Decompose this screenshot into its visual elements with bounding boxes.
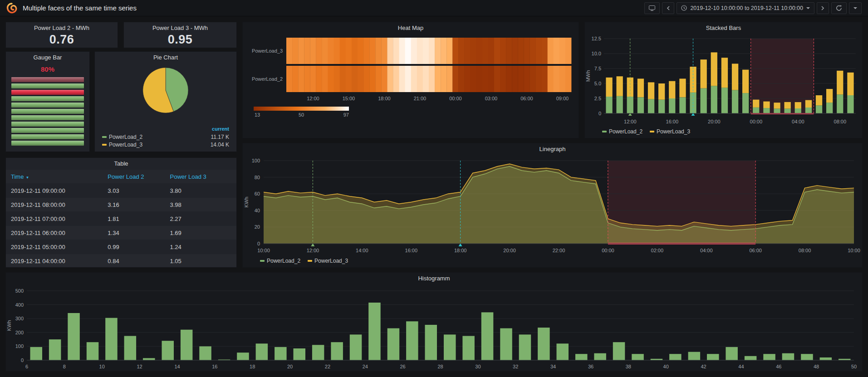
svg-text:20: 20: [287, 364, 293, 369]
panel-title[interactable]: Linegraph: [243, 143, 862, 155]
histogram-chart[interactable]: 0100200300400500681012141618202224262830…: [6, 284, 862, 371]
svg-text:34: 34: [550, 364, 556, 369]
svg-text:14:00: 14:00: [356, 248, 368, 253]
svg-text:2.5: 2.5: [594, 96, 601, 101]
gauge-segment: [11, 83, 84, 88]
legend-item[interactable]: PowerLoad_3: [308, 258, 348, 264]
svg-text:42: 42: [701, 364, 706, 369]
pie-legend-header[interactable]: current: [102, 126, 229, 132]
heatmap-chart[interactable]: PowerLoad_3PowerLoad_212:0015:0018:0021:…: [243, 34, 579, 138]
panel-title[interactable]: Pie Chart: [95, 52, 236, 64]
panel-stat-power-load-2: Power Load 2 - MWh 0.76: [5, 22, 118, 48]
svg-text:08:00: 08:00: [799, 248, 811, 253]
column-header[interactable]: Time▼: [6, 173, 103, 180]
panel-title[interactable]: Histogramm: [6, 273, 862, 284]
legend-item[interactable]: PowerLoad_2: [102, 134, 142, 140]
table-cell: 2019-12-11 08:00:00: [6, 201, 103, 208]
table-cell: 3.03: [103, 187, 165, 194]
svg-text:02:00: 02:00: [651, 248, 664, 253]
column-header[interactable]: Power Load 2: [103, 173, 165, 180]
refresh-interval-dropdown[interactable]: [849, 2, 862, 14]
svg-text:00:00: 00:00: [602, 248, 614, 253]
time-range-label: 2019-12-10 10:00:00 to 2019-12-11 10:00:…: [690, 5, 803, 11]
chart-legend: PowerLoad_2PowerLoad_3: [585, 127, 862, 136]
svg-text:20:00: 20:00: [708, 119, 721, 124]
refresh-button[interactable]: [831, 2, 847, 14]
table-cell: 3.98: [165, 201, 236, 208]
svg-text:21:00: 21:00: [414, 96, 427, 101]
table-row: 2019-12-11 04:00:000.841.05: [6, 254, 236, 268]
svg-text:46: 46: [776, 364, 781, 369]
time-range-picker[interactable]: 2019-12-10 10:00:00 to 2019-12-11 10:00:…: [677, 2, 814, 14]
svg-text:20:00: 20:00: [503, 248, 516, 253]
svg-text:MWh: MWh: [585, 70, 591, 82]
panel-title[interactable]: Table: [6, 158, 236, 170]
table-cell: 1.69: [165, 230, 236, 236]
svg-text:03:00: 03:00: [485, 96, 498, 101]
svg-text:09:00: 09:00: [556, 96, 569, 101]
pie-chart[interactable]: [142, 66, 190, 114]
stat-value: 0.95: [124, 33, 236, 47]
svg-text:10.0: 10.0: [592, 51, 601, 56]
table-cell: 2019-12-11 06:00:00: [6, 230, 103, 236]
linegraph-chart[interactable]: 02040608010010:0012:0014:0016:0018:0020:…: [243, 155, 862, 256]
svg-text:12:00: 12:00: [624, 119, 637, 124]
legend-item[interactable]: PowerLoad_3: [650, 128, 690, 135]
svg-text:10:00: 10:00: [257, 248, 270, 253]
clock-icon: [681, 5, 687, 11]
svg-text:30: 30: [475, 364, 481, 369]
table-cell: 0.84: [103, 258, 165, 264]
svg-text:100: 100: [252, 158, 260, 163]
svg-text:08:00: 08:00: [834, 119, 847, 124]
gauge-segment: [11, 141, 84, 146]
table-row: 2019-12-11 08:00:003.163.98: [6, 198, 236, 212]
gauge-segment: [11, 109, 84, 114]
panel-title[interactable]: Heat Map: [243, 22, 579, 34]
panel-linegraph: Linegraph 02040608010010:0012:0014:0016:…: [242, 143, 863, 268]
dashboard-title: Multiple faces of the same time series: [23, 4, 137, 12]
table-cell: 3.80: [165, 187, 236, 194]
time-back-button[interactable]: [662, 2, 674, 14]
panel-title[interactable]: Gauge Bar: [6, 52, 89, 64]
legend-item[interactable]: PowerLoad_2: [602, 128, 642, 135]
svg-text:00:00: 00:00: [750, 119, 763, 124]
svg-text:18:00: 18:00: [454, 248, 467, 253]
svg-text:PowerLoad_2: PowerLoad_2: [252, 76, 283, 82]
caret-down-icon: [806, 7, 810, 9]
column-header[interactable]: Power Load 3: [165, 173, 236, 180]
legend-item[interactable]: PowerLoad_3: [102, 142, 142, 148]
svg-text:300: 300: [15, 316, 24, 321]
svg-text:40: 40: [255, 208, 260, 213]
table-header: Time▼Power Load 2Power Load 3: [6, 170, 236, 184]
svg-text:6: 6: [25, 364, 28, 369]
gauge-value: 80%: [6, 64, 89, 75]
svg-text:12:00: 12:00: [307, 96, 319, 101]
tv-mode-button[interactable]: [644, 2, 660, 14]
svg-text:14: 14: [174, 364, 180, 369]
navbar: Multiple faces of the same time series 2…: [0, 0, 868, 16]
panel-stat-power-load-3: Power Load 3 - MWh 0.95: [123, 22, 237, 48]
pie-legend-row: PowerLoad_211.17 K: [102, 133, 229, 141]
panel-title[interactable]: Stacked Bars: [585, 22, 862, 34]
svg-text:100: 100: [15, 343, 24, 349]
pie-legend: currentPowerLoad_211.17 KPowerLoad_314.0…: [102, 126, 229, 148]
svg-text:12: 12: [137, 364, 142, 369]
svg-text:KWh: KWh: [244, 197, 249, 208]
svg-text:12:00: 12:00: [307, 248, 319, 253]
table-cell: 2019-12-11 04:00:00: [6, 258, 103, 264]
time-forward-button[interactable]: [817, 2, 829, 14]
svg-text:06:00: 06:00: [749, 248, 762, 253]
table-row: 2019-12-11 05:00:000.991.24: [6, 240, 236, 254]
stacked-bars-chart[interactable]: 02.55.07.510.012.512:0016:0020:0000:0004…: [585, 34, 862, 127]
gauge-segment: [11, 90, 84, 95]
navbar-controls: 2019-12-10 10:00:00 to 2019-12-11 10:00:…: [644, 2, 862, 14]
grafana-logo[interactable]: [6, 3, 17, 14]
caret-down-icon: [853, 7, 857, 9]
legend-value: 11.17 K: [211, 134, 229, 140]
svg-text:80: 80: [255, 175, 260, 180]
svg-text:22:00: 22:00: [553, 248, 565, 253]
gauge-segment: [11, 103, 84, 108]
legend-item[interactable]: PowerLoad_2: [260, 258, 300, 264]
gauge-segment: [11, 96, 84, 101]
table-cell: 2019-12-11 09:00:00: [6, 187, 103, 194]
